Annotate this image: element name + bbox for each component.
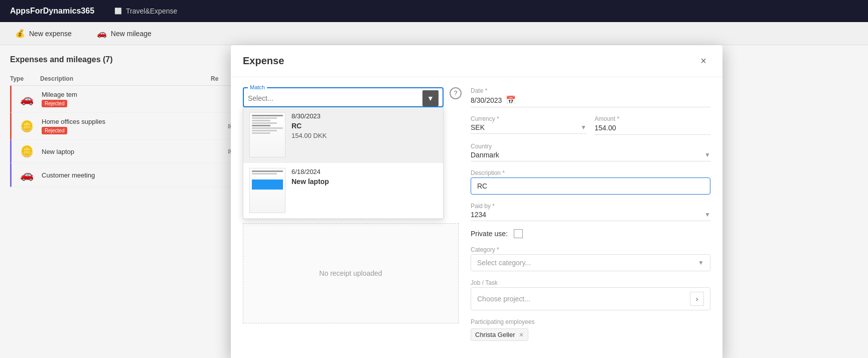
- category-label: Category *: [471, 246, 710, 253]
- country-select[interactable]: Danmark ▼: [471, 151, 710, 161]
- currency-label: Currency *: [471, 115, 587, 122]
- match-help-icon[interactable]: ?: [450, 87, 462, 99]
- currency-field: Currency * SEK ▼: [471, 115, 587, 135]
- currency-amount-row: Currency * SEK ▼ Amount * 154.00: [471, 115, 710, 135]
- description-label: Description *: [471, 169, 710, 176]
- dropdown-date-rc: 8/30/2023: [292, 112, 437, 120]
- laptop-type-icon: 🪙: [12, 145, 42, 158]
- job-placeholder: Choose project...: [477, 295, 690, 303]
- customer-desc: Customer meeting: [42, 171, 211, 179]
- mileage-name: Mileage tem: [42, 91, 211, 98]
- date-value: 8/30/2023: [471, 96, 502, 104]
- new-expense-label: New expense: [29, 30, 72, 38]
- country-label: Country: [471, 143, 710, 150]
- modal-left-section: Match ▼: [243, 87, 459, 349]
- match-chevron-button[interactable]: ▼: [422, 90, 439, 106]
- paid-by-label: Paid by *: [471, 203, 710, 210]
- dropdown-name-laptop: New laptop: [292, 177, 437, 186]
- private-use-row: Private use:: [471, 229, 710, 238]
- customer-name: Customer meeting: [42, 171, 211, 179]
- currency-value: SEK: [471, 123, 578, 131]
- match-container: Match ▼: [243, 87, 444, 107]
- section-title: Expenses and mileages (7): [10, 55, 251, 64]
- participating-field: Participating employees Christa Geller ✕: [471, 318, 710, 341]
- match-dropdown-list: 8/30/2023 RC 154.00 DKK: [243, 107, 444, 219]
- country-value: Danmark: [471, 151, 702, 159]
- dropdown-info-rc: 8/30/2023 RC 154.00 DKK: [292, 112, 437, 157]
- amount-label: Amount *: [595, 115, 710, 122]
- dropdown-amount-rc: 154.00 DKK: [292, 132, 437, 139]
- country-chevron-icon: ▼: [704, 151, 710, 158]
- topbar: AppsForDynamics365 ⬜ Travel&Expense: [0, 0, 868, 22]
- match-label: Match: [248, 84, 267, 90]
- job-task-input[interactable]: Choose project... ›: [471, 287, 710, 310]
- dropdown-item-rc[interactable]: 8/30/2023 RC 154.00 DKK: [243, 107, 443, 163]
- supplies-name: Home offices supplies: [42, 118, 211, 125]
- table-header: Type Description Re: [10, 72, 251, 86]
- job-task-label: Job / Task: [471, 279, 710, 286]
- modal-body: Match ▼: [231, 77, 722, 358]
- expense-modal: Expense × Match ▼: [231, 45, 722, 358]
- no-receipt-text: No receipt uploaded: [319, 269, 382, 277]
- description-input[interactable]: [471, 177, 710, 195]
- main-content: Expenses and mileages (7) Type Descripti…: [0, 45, 868, 358]
- category-placeholder: Select category...: [477, 259, 698, 267]
- expense-row-supplies[interactable]: 🪙 Home offices supplies Rejected ✉: [10, 113, 251, 140]
- amount-value: 154.00: [595, 124, 616, 132]
- calendar-icon[interactable]: 📅: [506, 95, 516, 105]
- expense-row-mileage[interactable]: 🚗 Mileage tem Rejected: [10, 86, 251, 113]
- private-use-label: Private use:: [471, 230, 508, 238]
- country-field: Country Danmark ▼: [471, 143, 710, 161]
- left-panel: Expenses and mileages (7) Type Descripti…: [0, 45, 261, 358]
- job-arrow-button[interactable]: ›: [690, 292, 704, 306]
- dropdown-item-laptop[interactable]: 6/18/2024 New laptop: [243, 163, 443, 219]
- mileage-desc: Mileage tem Rejected: [42, 91, 211, 107]
- modal-header: Expense ×: [231, 45, 722, 77]
- expense-row-laptop[interactable]: 🪙 New laptop ✉: [10, 140, 251, 163]
- mileage-rejected-badge: Rejected: [42, 100, 67, 107]
- participant-name: Christa Geller: [475, 331, 515, 338]
- laptop-name: New laptop: [42, 148, 211, 155]
- amount-field: Amount * 154.00: [595, 115, 710, 135]
- dropdown-thumb-rc: [249, 112, 285, 157]
- paid-by-select[interactable]: 1234 ▼: [471, 211, 710, 221]
- currency-select[interactable]: SEK ▼: [471, 123, 587, 134]
- subnav: 💰 New expense 🚗 New mileage: [0, 22, 868, 45]
- job-task-field: Job / Task Choose project... ›: [471, 279, 710, 310]
- supplies-desc: Home offices supplies Rejected: [42, 118, 211, 134]
- participating-label: Participating employees: [471, 318, 710, 325]
- col-type: Type: [10, 75, 40, 82]
- modal-right-section: Date * 8/30/2023 📅 Currency * SEK ▼: [471, 87, 710, 349]
- app-name: ⬜ Travel&Expense: [114, 7, 177, 15]
- date-value-row: 8/30/2023 📅: [471, 95, 710, 105]
- mileage-type-icon: 🚗: [12, 93, 42, 106]
- supplies-rejected-badge: Rejected: [42, 127, 67, 134]
- dropdown-date-laptop: 6/18/2024: [292, 168, 437, 175]
- date-field: Date * 8/30/2023 📅: [471, 87, 710, 107]
- date-label: Date *: [471, 87, 710, 94]
- modal-title: Expense: [243, 55, 284, 67]
- currency-chevron-icon: ▼: [581, 124, 587, 131]
- dropdown-info-laptop: 6/18/2024 New laptop: [292, 168, 437, 213]
- customer-type-icon: 🚗: [12, 168, 42, 182]
- new-expense-button[interactable]: 💰 New expense: [10, 26, 77, 41]
- mileage-icon: 🚗: [97, 29, 107, 38]
- private-use-checkbox[interactable]: [514, 229, 523, 238]
- match-select-row: ▼: [248, 90, 439, 106]
- new-mileage-button[interactable]: 🚗 New mileage: [92, 26, 157, 41]
- supplies-type-icon: 🪙: [12, 120, 42, 133]
- expense-row-customer[interactable]: 🚗 Customer meeting: [10, 163, 251, 187]
- paid-by-field: Paid by * 1234 ▼: [471, 203, 710, 221]
- app-label: Travel&Expense: [126, 7, 177, 15]
- modal-close-button[interactable]: ×: [696, 53, 710, 69]
- category-field: Category * Select category... ▼: [471, 246, 710, 271]
- category-chevron-icon: ▼: [698, 259, 704, 266]
- category-select[interactable]: Select category... ▼: [471, 254, 710, 271]
- participant-remove-button[interactable]: ✕: [519, 331, 524, 338]
- dropdown-name-rc: RC: [292, 122, 437, 130]
- new-mileage-label: New mileage: [111, 30, 152, 38]
- dropdown-thumb-laptop: [249, 168, 285, 213]
- col-description: Description: [40, 75, 211, 82]
- match-select-input[interactable]: [248, 90, 418, 106]
- description-field: Description *: [471, 169, 710, 195]
